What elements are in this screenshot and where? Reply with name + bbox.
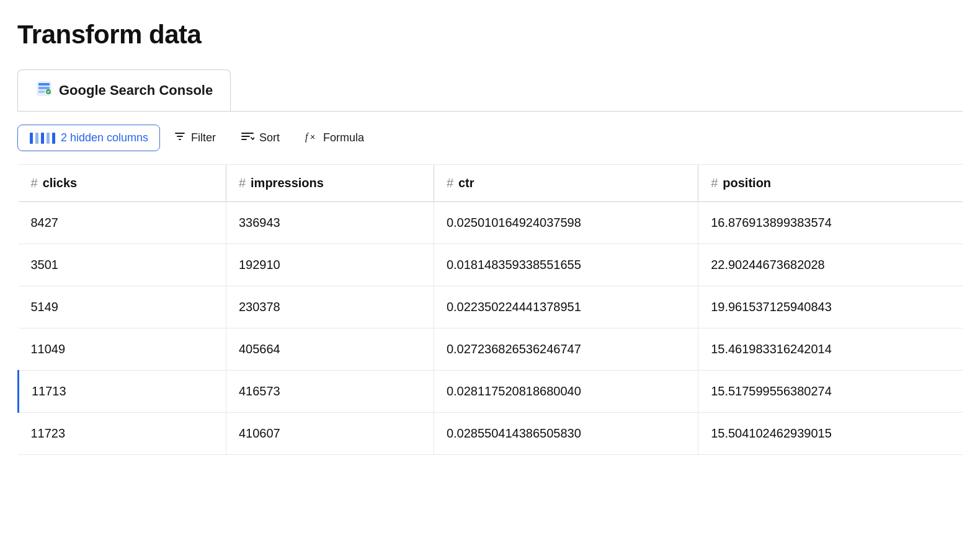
cell-impressions: 416573: [226, 371, 434, 413]
cell-impressions: 192910: [226, 244, 434, 286]
table-row[interactable]: 117234106070.02855041438650583015.504102…: [19, 413, 963, 455]
hidden-columns-button[interactable]: 2 hidden columns: [17, 125, 160, 151]
table-row[interactable]: 51492303780.02235022444137895119.9615371…: [19, 286, 963, 328]
cell-position: 15.504102462939015: [698, 413, 963, 455]
cell-impressions: 405664: [226, 328, 434, 371]
formula-label: Formula: [323, 131, 364, 144]
col-header-impressions[interactable]: # impressions: [226, 165, 434, 202]
formula-button[interactable]: f × Formula: [293, 124, 375, 152]
cell-clicks: 11049: [19, 328, 226, 371]
hidden-columns-icon: [29, 133, 56, 144]
toolbar: 2 hidden columns Filter Sort: [17, 112, 963, 165]
filter-button[interactable]: Filter: [163, 124, 227, 152]
cell-clicks: 11713: [19, 371, 226, 413]
cell-position: 15.461983316242014: [698, 328, 963, 371]
table-row[interactable]: 35011929100.01814835933855165522.9024467…: [19, 244, 963, 286]
sort-label: Sort: [259, 131, 280, 144]
cell-clicks: 3501: [19, 244, 226, 286]
svg-text:f: f: [305, 131, 310, 143]
cell-ctr: 0.027236826536246747: [434, 328, 698, 371]
col-label-clicks: clicks: [43, 176, 78, 190]
cell-position: 22.90244673682028: [698, 244, 963, 286]
svg-rect-3: [38, 90, 45, 93]
filter-label: Filter: [191, 131, 216, 144]
cell-clicks: 5149: [19, 286, 226, 328]
cell-position: 15.517599556380274: [698, 371, 963, 413]
page-title: Transform data: [17, 20, 963, 50]
cell-position: 16.876913899383574: [698, 202, 963, 244]
cell-clicks: 8427: [19, 202, 226, 244]
col-header-ctr[interactable]: # ctr: [434, 165, 698, 202]
svg-rect-1: [38, 83, 50, 86]
cell-position: 19.961537125940843: [698, 286, 963, 328]
cell-ctr: 0.022350224441378951: [434, 286, 698, 328]
cell-impressions: 410607: [226, 413, 434, 455]
col-hash-impressions: #: [239, 176, 246, 190]
cell-impressions: 336943: [226, 202, 434, 244]
svg-text:×: ×: [310, 132, 315, 142]
col-label-ctr: ctr: [458, 176, 474, 190]
col-label-impressions: impressions: [251, 176, 324, 190]
hidden-columns-label: 2 hidden columns: [61, 131, 148, 144]
col-hash-clicks: #: [31, 176, 38, 190]
table-row[interactable]: 84273369430.02501016492403759816.8769138…: [19, 202, 963, 244]
col-hash-position: #: [711, 176, 718, 190]
table-row[interactable]: 110494056640.02723682653624674715.461983…: [19, 328, 963, 371]
col-header-position[interactable]: # position: [698, 165, 963, 202]
filter-icon: [174, 130, 186, 146]
cell-ctr: 0.028550414386505830: [434, 413, 698, 455]
gsc-icon: [35, 80, 53, 101]
cell-ctr: 0.018148359338551655: [434, 244, 698, 286]
cell-ctr: 0.025010164924037598: [434, 202, 698, 244]
cell-impressions: 230378: [226, 286, 434, 328]
table-header-row: # clicks # impressions # ctr: [19, 165, 963, 202]
table-row[interactable]: 117134165730.02811752081868004015.517599…: [19, 371, 963, 413]
tab-bar: Google Search Console: [17, 69, 963, 112]
col-hash-ctr: #: [447, 176, 453, 190]
sort-icon: [241, 130, 254, 146]
data-table: # clicks # impressions # ctr: [17, 165, 963, 455]
tab-label: Google Search Console: [59, 82, 213, 99]
tab-google-search-console[interactable]: Google Search Console: [17, 69, 231, 111]
formula-icon: f ×: [305, 130, 318, 146]
cell-ctr: 0.028117520818680040: [434, 371, 698, 413]
col-header-clicks[interactable]: # clicks: [19, 165, 226, 202]
cell-clicks: 11723: [19, 413, 226, 455]
col-label-position: position: [723, 176, 771, 190]
svg-rect-2: [38, 87, 50, 89]
sort-button[interactable]: Sort: [229, 124, 291, 152]
